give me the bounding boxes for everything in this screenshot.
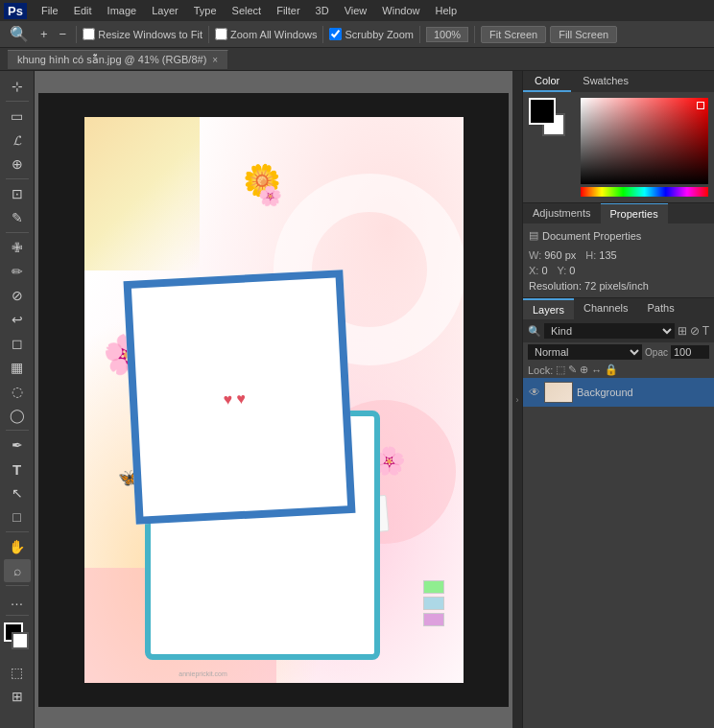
properties-tab[interactable]: Properties (601, 203, 668, 223)
options-bar: 🔍 + − Resize Windows to Fit Zoom All Win… (0, 21, 714, 48)
layer-item[interactable]: 👁 Background (523, 378, 714, 407)
menu-select[interactable]: Select (226, 3, 269, 18)
screen-mode-tool[interactable]: ⊞ (4, 685, 31, 708)
background-color[interactable] (12, 632, 29, 649)
move-tool[interactable]: ⊹ (4, 75, 31, 98)
pen-tool[interactable]: ✒ (4, 434, 31, 457)
color-boxes (529, 98, 575, 136)
rect-select-tool[interactable]: ▭ (4, 105, 31, 128)
tab-bar: khung hình có sẵn.jpg @ 41% (RGB/8#) × (0, 48, 714, 71)
hue-slider[interactable] (581, 187, 708, 197)
lock-all-icon[interactable]: 🔒 (605, 364, 618, 376)
menu-bar: Ps File Edit Image Layer Type Select Fil… (0, 0, 714, 21)
height-prop: H: 135 (585, 249, 616, 261)
menu-edit[interactable]: Edit (67, 3, 99, 18)
canvas-area[interactable]: ♥ ♥ 🌼 🌸 🌸 🦋 🌸 ✿ 🦋 (35, 71, 512, 728)
channels-tab[interactable]: Channels (574, 298, 637, 319)
fill-screen-button[interactable]: Fill Screen (550, 26, 617, 43)
menu-window[interactable]: Window (375, 3, 426, 18)
right-panel: Color Swatches (522, 71, 714, 728)
yellow-bg-patch (84, 117, 200, 270)
tool-separator-5 (6, 531, 29, 532)
zoom-all-checkbox[interactable]: Zoom All Windows (215, 28, 317, 40)
menu-view[interactable]: View (338, 3, 374, 18)
layers-blend-row: Normal Opac (523, 342, 714, 362)
heal-tool[interactable]: ✙ (4, 236, 31, 259)
lasso-tool[interactable]: 𝓛 (4, 129, 31, 152)
tool-separator-2 (6, 178, 29, 179)
layer-type-filter[interactable]: Kind (544, 323, 675, 339)
menu-layer[interactable]: Layer (145, 3, 185, 18)
zoom-value-input[interactable] (426, 27, 468, 42)
menu-file[interactable]: File (35, 3, 65, 18)
menu-help[interactable]: Help (428, 3, 464, 18)
brush-tool[interactable]: ✏ (4, 260, 31, 283)
layer-filter-icon-2[interactable]: ⊘ (690, 324, 700, 338)
lock-position-icon[interactable]: ⊕ (580, 364, 588, 376)
color-picker-area (523, 92, 714, 202)
quick-mask-tool[interactable]: ⬚ (4, 661, 31, 684)
lock-image-icon[interactable]: ✎ (568, 364, 577, 376)
eraser-tool[interactable]: ◻ (4, 332, 31, 355)
scrubby-zoom-input[interactable] (329, 28, 342, 40)
tab-close-button[interactable]: × (212, 55, 218, 65)
layers-tab[interactable]: Layers (523, 298, 574, 319)
hearts-decoration: ♥ ♥ (223, 389, 246, 408)
toolbar-separator-3 (322, 26, 323, 43)
layer-name[interactable]: Background (577, 387, 633, 398)
hand-tool[interactable]: ✋ (4, 535, 31, 558)
opacity-input[interactable] (671, 345, 709, 359)
zoom-in-icon[interactable]: + (36, 25, 52, 43)
adjustments-tab[interactable]: Adjustments (523, 203, 601, 223)
layer-filter-icon-1[interactable]: ⊞ (678, 324, 687, 338)
lock-artboard-icon[interactable]: ↔ (591, 364, 602, 376)
tab-filename: khung hình có sẵn.jpg @ 41% (RGB/8#) (17, 54, 206, 66)
color-gradient-container[interactable] (581, 98, 708, 197)
resize-windows-checkbox[interactable]: Resize Windows to Fit (83, 28, 202, 40)
swatches-tab[interactable]: Swatches (571, 71, 640, 92)
panel-collapse-handle[interactable]: › (512, 71, 522, 728)
dodge-tool[interactable]: ◯ (4, 404, 31, 427)
eyedropper-tool[interactable]: ✎ (4, 206, 31, 229)
crop-tool[interactable]: ⊡ (4, 182, 31, 205)
lock-transparent-icon[interactable]: ⬚ (556, 364, 565, 376)
main-layout: ⊹ ▭ 𝓛 ⊕ ⊡ ✎ ✙ ✏ ⊘ ↩ ◻ ▦ ◌ ◯ ✒ T ↖ □ ✋ ⌕ … (0, 71, 714, 728)
gradient-tool[interactable]: ▦ (4, 356, 31, 379)
path-select-tool[interactable]: ↖ (4, 481, 31, 505)
layer-filter-icon-3[interactable]: T (702, 324, 709, 338)
lock-label: Lock: (528, 364, 553, 376)
history-brush-tool[interactable]: ↩ (4, 308, 31, 331)
blur-tool[interactable]: ◌ (4, 380, 31, 403)
foreground-swatch[interactable] (529, 98, 556, 125)
layer-visibility-icon[interactable]: 👁 (529, 386, 540, 399)
paths-tab[interactable]: Paths (638, 298, 684, 319)
zoom-all-input[interactable] (215, 28, 227, 40)
quick-select-tool[interactable]: ⊕ (4, 153, 31, 176)
fit-screen-button[interactable]: Fit Screen (481, 26, 546, 43)
small-flower: 🌸 (258, 184, 282, 207)
color-panel: Color Swatches (523, 71, 714, 203)
shape-tool[interactable]: □ (4, 505, 31, 528)
blend-mode-select[interactable]: Normal (528, 344, 642, 360)
menu-filter[interactable]: Filter (270, 3, 306, 18)
menu-image[interactable]: Image (101, 3, 144, 18)
more-tools[interactable]: … (4, 589, 31, 612)
scrubby-zoom-checkbox[interactable]: Scrubby Zoom (329, 28, 414, 40)
zoom-out-icon[interactable]: − (56, 25, 71, 43)
zoom-tool[interactable]: ⌕ (4, 559, 31, 582)
document-tab[interactable]: khung hình có sẵn.jpg @ 41% (RGB/8#) × (8, 50, 228, 69)
zoom-tool-icon[interactable]: 🔍 (6, 23, 33, 45)
document-properties: ▤ Document Properties W: 960 px H: 135 (523, 223, 714, 297)
type-tool[interactable]: T (4, 458, 31, 481)
menu-3d[interactable]: 3D (309, 3, 336, 18)
layers-tabs: Layers Channels Paths (523, 298, 714, 319)
clone-tool[interactable]: ⊘ (4, 284, 31, 307)
tools-panel: ⊹ ▭ 𝓛 ⊕ ⊡ ✎ ✙ ✏ ⊘ ↩ ◻ ▦ ◌ ◯ ✒ T ↖ □ ✋ ⌕ … (0, 71, 35, 728)
resize-windows-input[interactable] (83, 28, 95, 40)
resolution-row: Resolution: 72 pixels/inch (529, 280, 708, 292)
color-field[interactable] (581, 98, 708, 184)
tool-separator-7 (6, 615, 29, 616)
menu-type[interactable]: Type (187, 3, 224, 18)
color-picker-cursor (697, 102, 704, 109)
color-tab[interactable]: Color (523, 71, 571, 92)
